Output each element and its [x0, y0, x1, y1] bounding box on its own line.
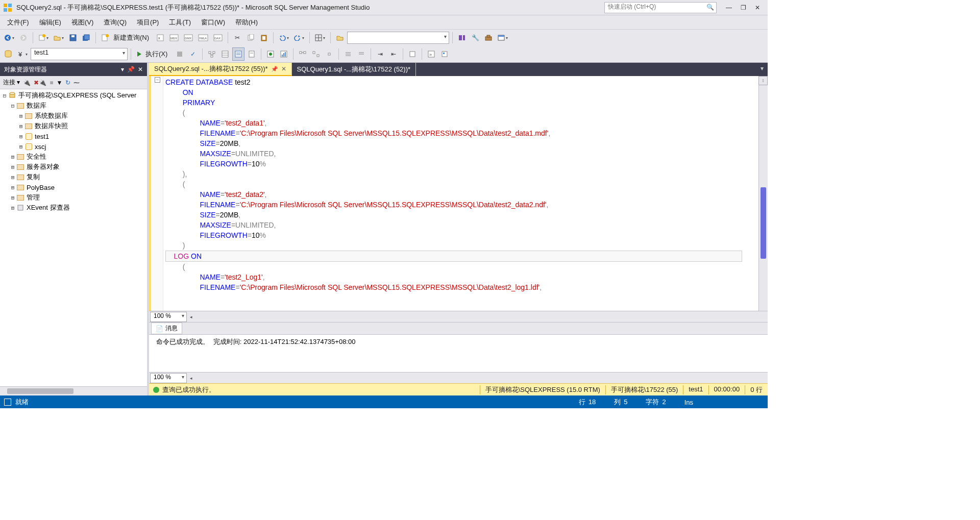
find-combo[interactable]: [347, 32, 449, 44]
connect-icon[interactable]: 🔌: [23, 79, 31, 86]
xmla-button[interactable]: XMLA: [196, 31, 210, 44]
save-button[interactable]: [67, 31, 79, 44]
window-layout-button[interactable]: [496, 31, 510, 44]
server-conn-button[interactable]: [456, 31, 468, 44]
messages-tab[interactable]: 📄 消息: [151, 323, 182, 334]
plan-button-3[interactable]: [310, 47, 322, 61]
db-func-button[interactable]: ¥: [15, 47, 30, 61]
editor-v-scrollbar[interactable]: [758, 85, 768, 311]
tab-sqlquery2[interactable]: SQLQuery2.sql -...摘棉花\17522 (55))* 📌 ✕: [149, 63, 292, 76]
result-status-bar: 查询已成功执行。 手可摘棉花\SQLEXPRESS (15.0 RTM) 手可摘…: [149, 383, 768, 395]
menu-tools[interactable]: 工具(T): [164, 16, 196, 29]
messages-zoom-combo[interactable]: 100 %: [150, 373, 187, 383]
tree-serverobj[interactable]: ⊞服务器对象: [0, 162, 147, 172]
plan-button-1[interactable]: [206, 47, 218, 61]
tree-security[interactable]: ⊞安全性: [0, 152, 147, 162]
close-button[interactable]: ✕: [750, 2, 765, 13]
redo-button[interactable]: [292, 31, 306, 44]
menu-view[interactable]: 视图(V): [66, 16, 99, 29]
menu-window[interactable]: 窗口(W): [196, 16, 230, 29]
maximize-button[interactable]: ❐: [736, 2, 750, 13]
filter-icon[interactable]: ▼: [57, 79, 63, 86]
close-panel-icon[interactable]: ✕: [138, 66, 143, 73]
tree-xscj[interactable]: ⊞xscj: [0, 141, 147, 152]
tree-polybase[interactable]: ⊞PolyBase: [0, 182, 147, 192]
tree-server-node[interactable]: ⊟手可摘棉花\SQLEXPRESS (SQL Server: [0, 90, 147, 101]
live-stats-button[interactable]: [278, 47, 290, 61]
file-result-button[interactable]: [246, 47, 258, 61]
toolbox-button[interactable]: [482, 31, 495, 44]
db-icon-button[interactable]: [2, 47, 14, 61]
pin-icon[interactable]: 📌: [127, 66, 135, 73]
tabs-overflow-icon[interactable]: ▾: [756, 63, 768, 74]
text-result-button[interactable]: [232, 47, 244, 61]
comment-button[interactable]: [342, 47, 354, 61]
tree-xevent[interactable]: ⊞XEvent 探查器: [0, 203, 147, 213]
mdx-button[interactable]: MDX: [167, 31, 181, 44]
menu-query[interactable]: 查询(Q): [99, 16, 132, 29]
split-button[interactable]: ↕: [758, 76, 768, 85]
tree-test1[interactable]: ⊞test1: [0, 131, 147, 141]
open-button[interactable]: [52, 31, 66, 44]
database-combo[interactable]: test1: [31, 48, 128, 60]
uncomment-button[interactable]: [355, 47, 368, 61]
stop-button[interactable]: [174, 47, 186, 61]
menu-edit[interactable]: 编辑(E): [34, 16, 66, 29]
tree-management[interactable]: ⊞管理: [0, 192, 147, 203]
intellisense-button[interactable]: [438, 47, 451, 61]
save-all-button[interactable]: [80, 31, 92, 44]
tree-replication[interactable]: ⊞复制: [0, 172, 147, 182]
undo-button[interactable]: [277, 31, 291, 44]
window-title: SQLQuery2.sql - 手可摘棉花\SQLEXPRESS.test1 (…: [16, 3, 604, 12]
tree-databases[interactable]: ⊟数据库: [0, 101, 147, 111]
close-tab-icon[interactable]: ✕: [281, 65, 286, 72]
menu-project[interactable]: 项目(P): [132, 16, 164, 29]
indent-button[interactable]: ⇥: [374, 47, 386, 61]
zoom-combo[interactable]: 100 %: [150, 312, 187, 322]
grid-button[interactable]: [313, 31, 327, 44]
messages-body[interactable]: 命令已成功完成。 完成时间: 2022-11-14T21:52:42.13747…: [149, 335, 768, 372]
collapse-icon[interactable]: −: [155, 77, 160, 83]
specify-values-button[interactable]: [406, 47, 419, 61]
dmx-button[interactable]: DMX: [182, 31, 195, 44]
menu-help[interactable]: 帮助(H): [230, 16, 263, 29]
object-tree[interactable]: ⊟手可摘棉花\SQLEXPRESS (SQL Server ⊟数据库 ⊞系统数据…: [0, 89, 147, 386]
dropdown-icon[interactable]: ▾: [121, 66, 124, 73]
tree-h-scrollbar[interactable]: [0, 386, 147, 395]
outdent-button[interactable]: ⇤: [387, 47, 400, 61]
new-query-button[interactable]: 新建查询(N): [99, 31, 153, 44]
xquery-button[interactable]: x: [154, 31, 166, 44]
tree-sysdb[interactable]: ⊞系统数据库: [0, 111, 147, 121]
plan-button-2[interactable]: [297, 47, 309, 61]
copy-button[interactable]: [244, 31, 257, 44]
execute-button[interactable]: 执行(X): [134, 47, 173, 61]
paste-button[interactable]: [258, 31, 270, 44]
refresh-icon[interactable]: ↻: [65, 79, 70, 86]
connect-button[interactable]: 连接 ▾: [3, 78, 20, 87]
cut-button[interactable]: ✂: [231, 31, 243, 44]
minimize-button[interactable]: —: [722, 2, 736, 13]
wrench-button[interactable]: 🔧: [469, 31, 481, 44]
nav-back-button[interactable]: [2, 31, 16, 44]
plan-button-4[interactable]: [323, 47, 335, 61]
folder-icon-button[interactable]: [334, 31, 346, 44]
tree-dbsnapshot[interactable]: ⊞数据库快照: [0, 121, 147, 131]
new-item-button[interactable]: [36, 31, 51, 44]
code-content[interactable]: CREATE DATABASE test2 ON PRIMARY ( NAME=…: [163, 76, 758, 311]
dax-button[interactable]: DAX: [211, 31, 225, 44]
messages-h-scrollbar[interactable]: ◂: [187, 374, 768, 383]
editor-h-scrollbar[interactable]: ◂: [187, 312, 768, 321]
disconnect-icon[interactable]: ✖🔌: [34, 79, 46, 86]
code-editor[interactable]: − CREATE DATABASE test2 ON PRIMARY ( NAM…: [149, 76, 768, 311]
tab-sqlquery1[interactable]: SQLQuery1.sql -...摘棉花\17522 (52))*: [292, 63, 416, 76]
activity-icon[interactable]: ⁓: [74, 79, 80, 86]
sqlcmd-button[interactable]: »: [425, 47, 437, 61]
quick-launch-input[interactable]: 快速启动 (Ctrl+Q) 🔍: [604, 2, 717, 13]
nav-fwd-button[interactable]: [17, 31, 30, 44]
pin-icon[interactable]: 📌: [271, 66, 278, 72]
grid-result-button[interactable]: [219, 47, 231, 61]
client-stats-button[interactable]: [264, 47, 277, 61]
stop-icon[interactable]: ■: [50, 79, 53, 86]
parse-button[interactable]: ✓: [187, 47, 199, 61]
menu-file[interactable]: 文件(F): [2, 16, 34, 29]
